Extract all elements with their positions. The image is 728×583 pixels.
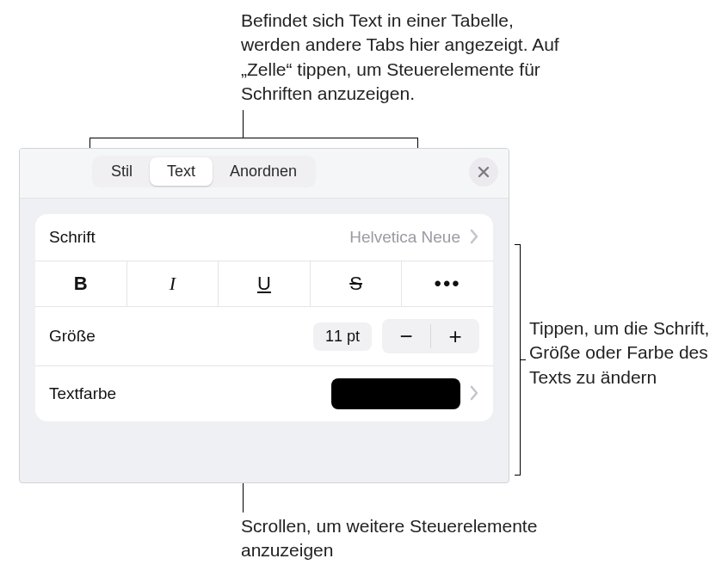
size-decrease-button[interactable]: − [382,319,430,353]
more-styles-button[interactable]: ••• [402,261,493,306]
size-increase-button[interactable]: + [431,319,479,353]
textcolor-row[interactable]: Textfarbe [35,366,493,421]
underline-button[interactable]: U [219,261,311,306]
panel-header: Stil Text Anordnen [20,149,509,199]
italic-button[interactable]: I [127,261,219,306]
callout-bottom: Scrollen, um weitere Steuerelemente anzu… [241,514,542,563]
font-row[interactable]: Schrift Helvetica Neue [35,214,493,261]
tab-stil[interactable]: Stil [94,157,150,186]
ellipsis-icon: ••• [435,272,461,296]
callout-line [243,480,244,512]
size-value[interactable]: 11 pt [313,322,372,351]
callout-right: Tippen, um die Schrift, Größe oder Farbe… [529,316,719,390]
size-row: Größe 11 pt − + [35,307,493,366]
text-style-row: B I U S ••• [35,261,493,307]
font-value: Helvetica Neue [349,228,460,247]
callout-line [515,244,521,245]
format-panel: Stil Text Anordnen Schrift Helvetica Neu… [19,148,509,483]
callout-line [89,138,417,138]
chevron-right-icon [469,226,479,249]
close-button[interactable] [469,157,498,187]
size-stepper: − + [382,319,479,353]
callout-line [520,359,526,360]
tab-text[interactable]: Text [150,157,213,186]
strikethrough-button[interactable]: S [311,261,403,306]
panel-body[interactable]: Schrift Helvetica Neue B I U S ••• Größe [20,199,509,421]
font-label: Schrift [49,228,96,247]
font-card: Schrift Helvetica Neue B I U S ••• Größe [35,214,493,421]
bold-button[interactable]: B [35,261,127,306]
callout-line [515,475,521,476]
callout-top: Befindet sich Text in einer Tabelle, wer… [241,9,568,106]
textcolor-label: Textfarbe [49,384,116,403]
color-swatch[interactable] [331,378,460,409]
tab-anordnen[interactable]: Anordnen [213,157,314,186]
callout-line [243,110,244,138]
chevron-right-icon [469,383,479,405]
size-label: Größe [49,327,96,346]
tab-bar: Stil Text Anordnen [92,156,316,187]
close-icon [477,165,490,179]
